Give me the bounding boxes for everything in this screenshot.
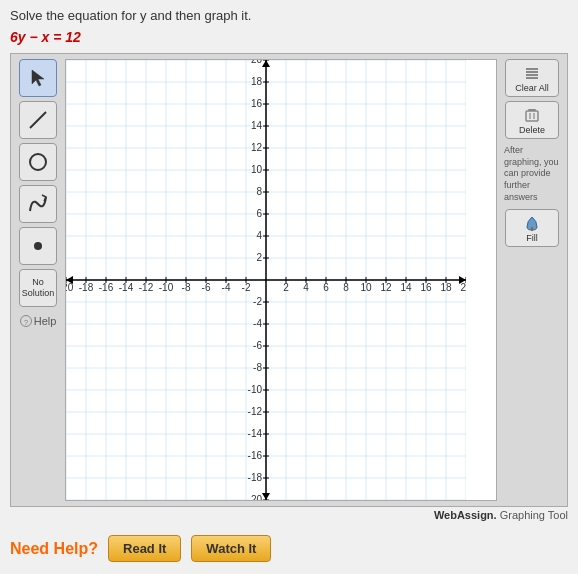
curve-tool[interactable] bbox=[19, 185, 57, 223]
problem-instruction: Solve the equation for y and then graph … bbox=[10, 8, 568, 23]
delete-label: Delete bbox=[519, 125, 545, 135]
svg-rect-8 bbox=[526, 74, 538, 76]
fill-button[interactable]: Fill bbox=[505, 209, 559, 247]
tool-panel: NoSolution ? Help bbox=[16, 59, 60, 501]
right-panel-info: After graphing, you can provide further … bbox=[502, 143, 562, 205]
graph-canvas[interactable] bbox=[65, 59, 497, 501]
help-label: Help bbox=[34, 315, 57, 327]
svg-rect-11 bbox=[526, 111, 538, 121]
need-help-section: Need Help? Read It Watch It bbox=[10, 531, 568, 566]
svg-marker-0 bbox=[32, 70, 44, 86]
webassign-brand: WebAssign. bbox=[434, 509, 497, 521]
svg-text:?: ? bbox=[23, 318, 28, 327]
problem-equation: 6y − x = 12 bbox=[10, 29, 568, 45]
need-help-label: Need Help? bbox=[10, 540, 98, 558]
main-container: Solve the equation for y and then graph … bbox=[0, 0, 578, 574]
fill-label: Fill bbox=[526, 233, 538, 243]
webassign-label: WebAssign. Graphing Tool bbox=[10, 509, 568, 521]
help-link[interactable]: ? Help bbox=[20, 315, 57, 327]
svg-point-2 bbox=[30, 154, 46, 170]
svg-line-1 bbox=[30, 112, 46, 128]
svg-rect-7 bbox=[526, 71, 538, 73]
graph-canvas-element[interactable] bbox=[66, 60, 466, 500]
graph-area: NoSolution ? Help bbox=[10, 53, 568, 507]
svg-rect-6 bbox=[526, 68, 538, 70]
circle-tool[interactable] bbox=[19, 143, 57, 181]
read-it-button[interactable]: Read It bbox=[108, 535, 181, 562]
no-solution-button[interactable]: NoSolution bbox=[19, 269, 57, 307]
no-solution-label: NoSolution bbox=[22, 277, 55, 299]
watch-it-button[interactable]: Watch It bbox=[191, 535, 271, 562]
svg-point-3 bbox=[34, 242, 42, 250]
graphing-tool-text: Graphing Tool bbox=[497, 509, 568, 521]
delete-button[interactable]: Delete bbox=[505, 101, 559, 139]
svg-rect-9 bbox=[526, 77, 538, 79]
clear-all-label: Clear All bbox=[515, 83, 549, 93]
clear-all-button[interactable]: Clear All bbox=[505, 59, 559, 97]
point-tool[interactable] bbox=[19, 227, 57, 265]
right-panel: Clear All Delete After graphing, you can… bbox=[502, 59, 562, 501]
svg-rect-14 bbox=[531, 227, 533, 231]
pointer-tool[interactable] bbox=[19, 59, 57, 97]
line-tool[interactable] bbox=[19, 101, 57, 139]
